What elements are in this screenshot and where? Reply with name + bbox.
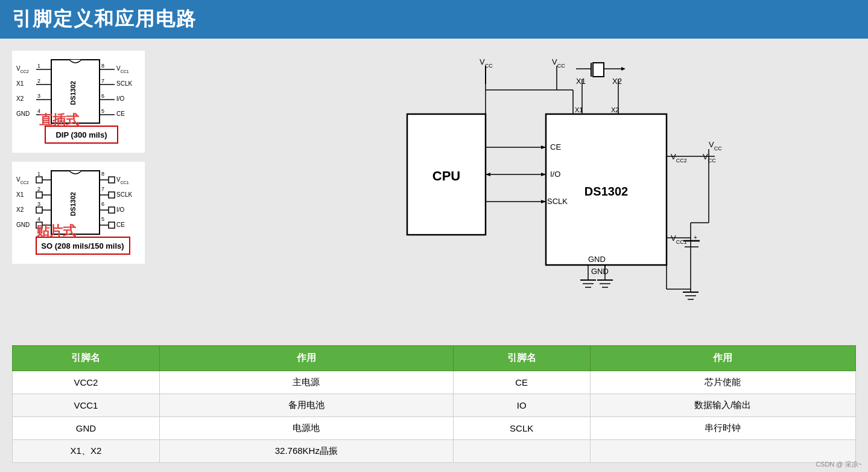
svg-text:7: 7 [101,78,104,84]
table-row: VCC1备用电池IO数据输入/输出 [13,394,856,417]
svg-text:4: 4 [37,216,40,222]
table-cell-1-2: IO [453,394,590,417]
svg-text:3: 3 [37,93,40,99]
svg-text:X2: X2 [612,77,622,86]
table-row: VCC2主电源CE芯片使能 [13,371,856,394]
svg-rect-32 [36,177,42,183]
svg-text:+: + [694,234,697,241]
svg-text:VCC1: VCC1 [671,234,687,245]
svg-text:I/O: I/O [116,206,125,213]
dip-svg: VCC2 X1 X2 GND 1 2 3 4 [15,54,142,147]
svg-text:VCC: VCC [709,140,722,151]
svg-text:X1: X1 [16,191,24,198]
svg-text:5: 5 [101,108,104,114]
table-cell-0-0: VCC2 [13,371,160,394]
svg-text:DS1302: DS1302 [69,192,77,216]
svg-text:VCC2: VCC2 [16,65,29,74]
smd-label: 贴片式 [36,222,76,240]
right-panel: VCC X1 X2 CPU DS1302 [284,48,856,333]
table-cell-3-0: X1、X2 [13,440,160,463]
table-cell-0-2: CE [453,371,590,394]
dip-chip-diagram: VCC2 X1 X2 GND 1 2 3 4 [12,51,145,153]
svg-text:VCC2: VCC2 [16,176,29,185]
svg-rect-35 [36,192,42,198]
svg-text:1: 1 [37,171,40,177]
svg-text:GND: GND [16,222,30,228]
watermark: CSDN @ 采凉~ [816,460,862,469]
table-row: X1、X232.768KHz晶振 [13,440,856,463]
svg-rect-38 [36,207,42,213]
table-cell-0-1: 主电源 [159,371,453,394]
svg-text:3: 3 [37,201,40,207]
svg-text:6: 6 [101,93,104,99]
table-cell-2-3: 串行时钟 [590,417,855,440]
table-cell-1-3: 数据输入/输出 [590,394,855,417]
svg-text:1: 1 [37,63,40,69]
dip-section: VCC2 X1 X2 GND 1 2 3 4 [12,51,271,153]
svg-text:VCC1: VCC1 [116,65,129,74]
table-cell-2-0: GND [13,417,160,440]
table-header-col2: 作用 [159,346,453,371]
svg-text:SO (208 mils/150 mils): SO (208 mils/150 mils) [41,241,124,250]
svg-text:7: 7 [101,186,104,192]
smd-svg: VCC2 X1 X2 GND 1 2 3 [15,165,142,258]
table-section: 引脚名 作用 引脚名 作用 VCC2主电源CE芯片使能VCC1备用电池IO数据输… [0,342,868,472]
svg-text:VCC1: VCC1 [116,176,129,185]
svg-text:2: 2 [37,186,40,192]
svg-rect-56 [109,222,115,228]
table-header-col3: 引脚名 [453,346,590,371]
main-content: VCC2 X1 X2 GND 1 2 3 4 [0,39,868,342]
svg-text:GND: GND [591,267,609,276]
svg-text:SCLK: SCLK [116,80,132,87]
svg-text:2: 2 [37,78,40,84]
svg-text:CE: CE [550,142,561,151]
svg-text:GND: GND [588,255,606,264]
application-circuit-svg: VCC X1 X2 CPU DS1302 [353,54,787,313]
svg-marker-71 [621,67,626,71]
svg-rect-53 [109,207,115,213]
left-panel: VCC2 X1 X2 GND 1 2 3 4 [12,48,271,333]
table-cell-3-2 [453,440,590,463]
dip-label: 直插式 [39,111,79,129]
svg-text:VCC: VCC [552,57,565,69]
svg-text:DIP (300 mils): DIP (300 mils) [55,130,107,139]
svg-text:8: 8 [101,63,104,69]
header-bar: 引脚定义和应用电路 [0,0,868,39]
svg-text:6: 6 [101,201,104,207]
svg-rect-47 [109,177,115,183]
svg-text:X2: X2 [611,106,619,113]
smd-section: VCC2 X1 X2 GND 1 2 3 [12,162,271,264]
table-header-col4: 作用 [590,346,855,371]
table-cell-3-1: 32.768KHz晶振 [159,440,453,463]
svg-text:CE: CE [116,110,125,117]
svg-text:SCLK: SCLK [547,197,568,206]
page-container: 引脚定义和应用电路 VCC2 X1 X2 GND 1 [0,0,868,472]
svg-text:CE: CE [116,222,125,228]
svg-text:X1: X1 [575,106,583,113]
svg-text:8: 8 [101,171,104,177]
svg-rect-68 [593,63,604,77]
svg-text:DS1302: DS1302 [584,185,627,198]
svg-text:X2: X2 [16,95,24,102]
svg-text:VCC: VCC [480,57,493,69]
page-title: 引脚定义和应用电路 [12,6,197,33]
svg-text:X1: X1 [576,77,586,86]
svg-text:DS1302: DS1302 [69,81,77,105]
table-row: GND电源地SCLK串行时钟 [13,417,856,440]
table-cell-2-1: 电源地 [159,417,453,440]
svg-rect-50 [109,192,115,198]
svg-text:VCC: VCC [703,152,716,164]
pin-table: 引脚名 作用 引脚名 作用 VCC2主电源CE芯片使能VCC1备用电池IO数据输… [12,345,856,463]
table-cell-1-1: 备用电池 [159,394,453,417]
svg-text:I/O: I/O [550,170,560,179]
svg-text:GND: GND [16,110,30,117]
table-cell-1-0: VCC1 [13,394,160,417]
svg-text:X1: X1 [16,80,24,87]
svg-text:5: 5 [101,216,104,222]
svg-text:I/O: I/O [116,95,125,102]
svg-text:X2: X2 [16,206,24,213]
table-cell-0-3: 芯片使能 [590,371,855,394]
smd-chip-diagram: VCC2 X1 X2 GND 1 2 3 [12,162,145,264]
table-header-col1: 引脚名 [13,346,160,371]
svg-text:CPU: CPU [432,168,460,183]
